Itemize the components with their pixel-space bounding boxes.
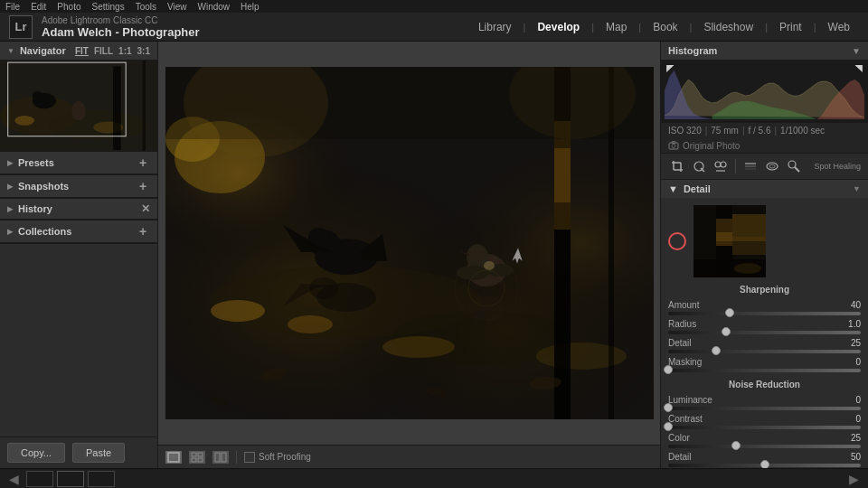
snapshots-section: ▶ Snapshots + <box>0 175 157 199</box>
nr-detail-track[interactable] <box>668 464 861 467</box>
menu-window[interactable]: Window <box>198 2 231 12</box>
view-single-btn[interactable] <box>165 451 182 464</box>
nr-detail-value: 50 <box>851 452 861 462</box>
soft-proofing-label: Soft Proofing <box>259 452 311 462</box>
svg-point-19 <box>288 315 333 333</box>
menu-edit[interactable]: Edit <box>31 2 46 12</box>
filmstrip-thumb[interactable] <box>26 471 53 487</box>
zoom-3-1[interactable]: 3:1 <box>137 46 150 56</box>
sharpening-title: Sharpening <box>668 285 861 295</box>
detail-header[interactable]: ▼ Detail ▼ <box>661 180 868 198</box>
presets-add-btn[interactable]: + <box>136 155 150 170</box>
sharpening-radius-value: 1.0 <box>848 319 861 329</box>
menu-settings[interactable]: Settings <box>92 2 125 12</box>
tool-row: Spot Healing <box>661 154 868 180</box>
soft-proofing-checkbox[interactable] <box>244 452 255 463</box>
nr-luminance-value: 0 <box>855 395 861 405</box>
sharpening-amount-thumb[interactable] <box>725 308 734 317</box>
module-slideshow[interactable]: Slideshow <box>694 17 762 37</box>
svg-point-85 <box>788 161 796 168</box>
collections-section: ▶ Collections + <box>0 221 157 244</box>
presets-header[interactable]: ▶ Presets + <box>0 152 157 174</box>
menu-view[interactable]: View <box>167 2 187 12</box>
module-map[interactable]: Map <box>597 17 636 37</box>
detail-label: Detail <box>684 183 711 194</box>
menu-tools[interactable]: Tools <box>136 2 156 12</box>
module-web[interactable]: Web <box>819 17 859 37</box>
sharpening-detail-group: Detail 25 <box>668 338 861 353</box>
detail-thumb-area <box>668 205 861 277</box>
menu-file[interactable]: File <box>5 2 20 12</box>
filmstrip-right-arrow[interactable]: ▶ <box>849 472 859 486</box>
svg-rect-92 <box>732 237 766 255</box>
svg-rect-68 <box>669 143 678 149</box>
navigator-header[interactable]: ▼ Navigator FIT FILL 1:1 3:1 <box>0 42 157 61</box>
filmstrip-thumb[interactable] <box>57 471 84 487</box>
zoom-fill[interactable]: FILL <box>94 46 113 56</box>
history-header[interactable]: ▶ History ✕ <box>0 199 157 220</box>
sharpening-masking-track[interactable] <box>668 369 861 372</box>
redeye-tool[interactable] <box>712 157 730 175</box>
view-grid-btn[interactable] <box>189 451 205 464</box>
radial-filter-tool[interactable] <box>763 157 781 175</box>
view-compare-btn[interactable] <box>212 451 229 464</box>
snapshots-header[interactable]: ▶ Snapshots + <box>0 175 157 198</box>
nr-color-thumb[interactable] <box>731 441 741 450</box>
nr-color-track[interactable] <box>668 445 861 448</box>
sharpening-radius-thumb[interactable] <box>722 327 731 336</box>
snapshots-add-btn[interactable]: + <box>136 179 150 193</box>
iso-value: ISO 320 <box>668 126 702 136</box>
module-print[interactable]: Print <box>770 17 811 37</box>
sharpening-radius-group: Radius 1.0 <box>668 319 861 334</box>
menu-photo[interactable]: Photo <box>57 2 80 12</box>
sharpening-detail-track[interactable] <box>668 350 861 353</box>
paste-button[interactable]: Paste <box>72 443 125 463</box>
adjustment-brush-tool[interactable] <box>785 157 803 175</box>
sharpening-detail-label: Detail <box>668 338 692 348</box>
navigator-thumbnail[interactable] <box>0 61 157 151</box>
spot-remove-tool[interactable] <box>690 157 708 175</box>
graduated-filter-tool[interactable] <box>741 157 760 175</box>
nr-contrast-track[interactable] <box>668 426 861 429</box>
filmstrip-thumb[interactable] <box>88 471 115 487</box>
collections-label: Collections <box>18 226 71 237</box>
sharpening-amount-track[interactable] <box>668 312 861 315</box>
nr-detail-thumb[interactable] <box>760 460 769 468</box>
detail-arrow: ▼ <box>668 183 678 194</box>
histogram-header[interactable]: Histogram ▼ <box>661 42 868 60</box>
snapshots-arrow: ▶ <box>7 183 13 191</box>
module-develop[interactable]: Develop <box>528 17 589 37</box>
svg-point-77 <box>715 162 721 167</box>
svg-point-84 <box>769 164 775 168</box>
svg-rect-60 <box>198 458 203 462</box>
nr-detail-label: Detail <box>668 452 692 462</box>
module-book[interactable]: Book <box>644 17 686 37</box>
nr-luminance-thumb[interactable] <box>664 403 673 412</box>
sharpening-detail-thumb[interactable] <box>712 346 721 355</box>
histogram-label: Histogram <box>668 45 717 56</box>
history-section: ▶ History ✕ <box>0 199 157 221</box>
sharpening-radius-track[interactable] <box>668 331 861 334</box>
sharpening-amount-group: Amount 40 <box>668 300 861 315</box>
collections-header[interactable]: ▶ Collections + <box>0 221 157 243</box>
zoom-fit[interactable]: FIT <box>75 46 89 56</box>
nr-contrast-thumb[interactable] <box>664 422 673 431</box>
sharpening-masking-thumb[interactable] <box>664 365 673 374</box>
svg-line-86 <box>795 167 799 172</box>
collections-add-btn[interactable]: + <box>136 224 150 239</box>
sharpening-masking-group: Masking 0 <box>668 357 861 372</box>
crop-tool[interactable] <box>668 157 686 175</box>
nr-color-label: Color <box>668 433 690 443</box>
photo-container[interactable] <box>158 42 660 445</box>
navigator-label: Navigator <box>20 45 66 56</box>
nr-contrast-group: Contrast 0 <box>668 414 861 429</box>
filmstrip-left-arrow[interactable]: ◀ <box>9 472 19 486</box>
menu-help[interactable]: Help <box>241 2 259 12</box>
copy-button[interactable]: Copy... <box>7 443 65 463</box>
history-clear-btn[interactable]: ✕ <box>141 202 150 215</box>
module-library[interactable]: Library <box>469 17 521 37</box>
detail-target-btn[interactable] <box>668 232 686 250</box>
soft-proofing-area: Soft Proofing <box>244 452 311 463</box>
zoom-1-1[interactable]: 1:1 <box>118 46 131 56</box>
nr-luminance-track[interactable] <box>668 407 861 410</box>
